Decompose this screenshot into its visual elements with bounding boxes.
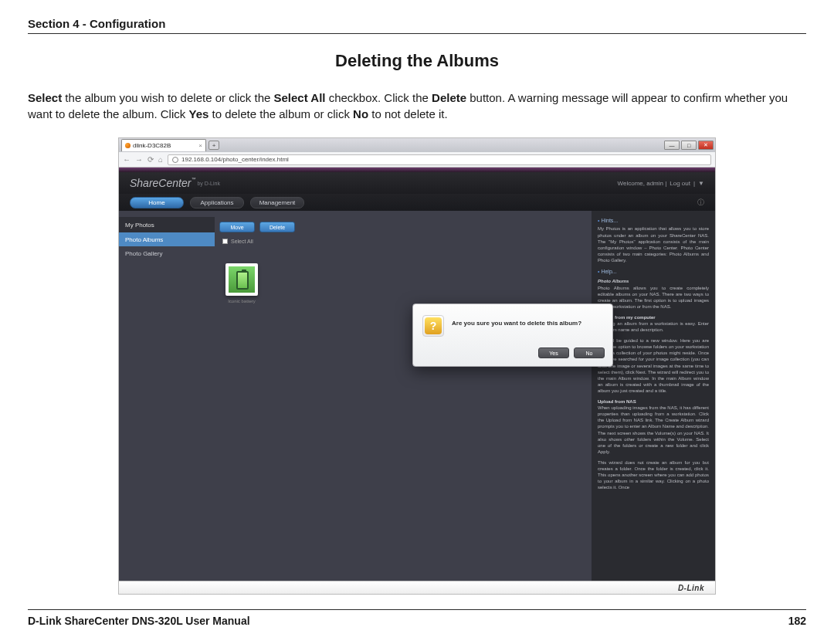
brand-row: ShareCenter™ by D-Link Welcome, admin | … — [119, 172, 715, 194]
help-sub-upload-computer: Upload from my computer — [598, 314, 709, 320]
sidebar: My Photos Photo Albums Photo Gallery — [119, 211, 215, 581]
help-panel: Hints... My Photos is an application tha… — [592, 211, 715, 581]
move-button[interactable]: Move — [219, 222, 255, 232]
help-icon[interactable]: ⓘ — [697, 198, 704, 208]
main-nav: Home Applications Management ⓘ — [119, 194, 715, 211]
brand-logo: ShareCenter™ — [130, 177, 195, 189]
select-all-checkbox[interactable] — [222, 239, 228, 244]
back-icon[interactable]: ← — [123, 155, 131, 164]
close-window-icon[interactable]: ✕ — [698, 141, 714, 150]
footer-rule — [28, 609, 806, 610]
help-body-1: Photo Albums allows you to create comple… — [598, 285, 709, 310]
question-icon: ? — [425, 317, 442, 334]
app-footer: D-Link — [119, 581, 715, 594]
maximize-icon[interactable]: □ — [681, 141, 697, 150]
welcome-label: Welcome, admin | — [618, 180, 667, 187]
page-title: Deleting the Albums — [28, 51, 806, 71]
home-icon[interactable]: ⌂ — [158, 155, 163, 164]
album-name-label: Iconic battery — [222, 299, 261, 303]
section-header: Section 4 - Configuration — [28, 17, 806, 30]
help-body-4: When uploading images from the NAS, it h… — [598, 405, 709, 455]
divider-pipe: | — [693, 180, 695, 187]
browser-tab-bar: dlink-D3C82B × + — □ ✕ — [119, 138, 715, 152]
sidebar-header: My Photos — [119, 217, 215, 232]
forward-icon[interactable]: → — [135, 155, 143, 164]
help-sub-upload-nas: Upload from NAS — [598, 398, 709, 405]
dialog-no-button[interactable]: No — [574, 347, 605, 358]
minimize-icon[interactable]: — — [664, 141, 680, 150]
album-item[interactable]: Iconic battery — [222, 263, 261, 303]
delete-button[interactable]: Delete — [259, 222, 295, 232]
nav-home[interactable]: Home — [130, 197, 184, 208]
page-number: 182 — [788, 615, 806, 627]
help-body-5: This wizard does not create an album for… — [598, 459, 709, 490]
album-thumbnail — [225, 263, 258, 296]
globe-icon — [172, 157, 178, 163]
browser-tab[interactable]: dlink-D3C82B × — [121, 139, 206, 151]
browser-url-bar: ← → ⟳ ⌂ 192.168.0.104/photo_center/index… — [119, 152, 715, 168]
help-heading: Help... — [598, 268, 709, 275]
sidebar-item-photo-gallery[interactable]: Photo Gallery — [119, 246, 215, 260]
help-body-2: Creating an album from a workstation is … — [598, 320, 709, 333]
dlink-logo: D-Link — [678, 584, 704, 592]
sidebar-item-photo-albums[interactable]: Photo Albums — [119, 232, 215, 246]
footer-manual-name: D-Link ShareCenter DNS-320L User Manual — [28, 615, 250, 627]
help-body-3: You will be guided to a new window. Here… — [598, 337, 709, 394]
dialog-message: Are you sure you want to delete this alb… — [452, 315, 581, 337]
nav-applications[interactable]: Applications — [190, 197, 244, 208]
url-text: 192.168.0.104/photo_center/index.html — [181, 156, 289, 163]
dialog-icon-frame: ? — [422, 315, 444, 337]
hints-heading: Hints... — [598, 217, 709, 224]
hints-body: My Photos is an application that allows … — [598, 225, 709, 263]
new-tab-button[interactable]: + — [208, 141, 219, 150]
tab-title-label: dlink-D3C82B — [133, 142, 171, 149]
help-sub-photo-albums: Photo Albums — [598, 278, 709, 284]
dialog-yes-button[interactable]: Yes — [538, 347, 569, 358]
dropdown-icon[interactable]: ▼ — [698, 180, 704, 187]
reload-icon[interactable]: ⟳ — [147, 155, 154, 164]
main-panel: Move Delete Select All Iconic battery — [215, 211, 592, 581]
divider — [28, 33, 806, 34]
select-all-label: Select All — [231, 239, 253, 244]
nav-management[interactable]: Management — [250, 197, 304, 208]
confirm-dialog: ? Are you sure you want to delete this a… — [412, 303, 613, 367]
logout-link[interactable]: Log out — [670, 180, 690, 187]
battery-icon — [236, 271, 249, 290]
close-tab-icon[interactable]: × — [198, 142, 202, 149]
instruction-paragraph: Select the album you wish to delete or c… — [28, 90, 806, 122]
address-field[interactable]: 192.168.0.104/photo_center/index.html — [168, 154, 711, 165]
favicon-icon — [125, 143, 131, 148]
embedded-screenshot: dlink-D3C82B × + — □ ✕ ← → ⟳ ⌂ 192.168.0… — [118, 137, 716, 595]
brand-sub-label: by D-Link — [197, 181, 220, 186]
